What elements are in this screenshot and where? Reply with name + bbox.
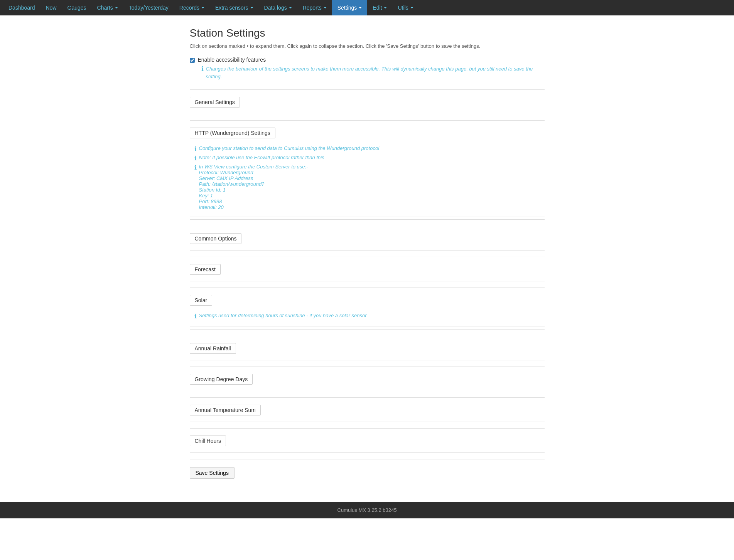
section-http-wunderground: HTTP (Wunderground) SettingsℹConfigure y… (190, 120, 545, 226)
section-button-common-options[interactable]: Common Options (190, 233, 242, 244)
section-info-text: Note: If possible use the Ecowitt protoc… (199, 155, 324, 160)
section-button-general-settings[interactable]: General Settings (190, 97, 240, 108)
nav-item-gauges[interactable]: Gauges (62, 0, 92, 15)
page-title: Station Settings (190, 27, 545, 39)
caret-icon (289, 7, 292, 8)
section-button-growing-degree-days[interactable]: Growing Degree Days (190, 374, 253, 385)
info-block-line: ℹIn WS View configure the Custom Server … (194, 164, 540, 210)
accessibility-top-row: Enable accessibility features (190, 57, 545, 63)
section-annual-rainfall: Annual Rainfall (190, 336, 545, 367)
nav-item-charts[interactable]: Charts (92, 0, 123, 15)
section-divider (190, 281, 545, 281)
section-general-settings: General Settings (190, 89, 545, 120)
section-divider (190, 452, 545, 453)
nav-item-now[interactable]: Now (40, 0, 62, 15)
navbar: DashboardNowGaugesChartsToday/YesterdayR… (0, 0, 734, 15)
caret-icon (359, 7, 362, 8)
nav-item-records[interactable]: Records (174, 0, 210, 15)
section-button-chill-hours[interactable]: Chill Hours (190, 436, 226, 446)
section-divider (190, 219, 545, 220)
accessibility-info: ℹ Changes the behaviour of the settings … (201, 65, 545, 80)
footer: Cumulus MX 3.25.2 b3245 (0, 502, 734, 518)
caret-icon (384, 7, 387, 8)
section-button-forecast[interactable]: Forecast (190, 264, 221, 275)
section-divider (190, 329, 545, 330)
accessibility-block: Enable accessibility features ℹ Changes … (190, 57, 545, 80)
info-icon: ℹ (194, 164, 197, 171)
nav-item-settings[interactable]: Settings (332, 0, 368, 15)
sections-container: General SettingsHTTP (Wunderground) Sett… (190, 89, 545, 459)
section-content-http-wunderground: ℹConfigure your station to send data to … (190, 142, 545, 217)
nav-item-dashboard[interactable]: Dashboard (3, 0, 40, 15)
info-icon: ℹ (194, 145, 197, 153)
accessibility-checkbox[interactable] (190, 58, 195, 63)
section-divider (190, 422, 545, 422)
caret-icon (115, 7, 118, 8)
nav-item-data-logs[interactable]: Data logs (259, 0, 297, 15)
section-info-text: Settings used for determining hours of s… (199, 313, 367, 318)
section-growing-degree-days: Growing Degree Days (190, 367, 545, 397)
caret-icon (324, 7, 327, 8)
caret-icon (201, 7, 204, 8)
section-info-block-text: In WS View configure the Custom Server t… (199, 164, 308, 210)
accessibility-info-text: Changes the behaviour of the settings sc… (206, 65, 545, 80)
page-description: Click on sections marked • to expand the… (190, 43, 545, 49)
section-content-solar: ℹSettings used for determining hours of … (190, 309, 545, 327)
section-divider (190, 360, 545, 360)
section-divider (190, 114, 545, 114)
nav-item-utils[interactable]: Utils (392, 0, 418, 15)
section-divider (190, 391, 545, 391)
section-button-annual-rainfall[interactable]: Annual Rainfall (190, 343, 236, 354)
section-button-annual-temperature-sum[interactable]: Annual Temperature Sum (190, 405, 261, 415)
caret-icon (250, 7, 253, 8)
info-icon: ℹ (194, 313, 197, 320)
accessibility-label: Enable accessibility features (198, 57, 266, 63)
info-line: ℹConfigure your station to send data to … (194, 145, 540, 153)
section-annual-temperature-sum: Annual Temperature Sum (190, 397, 545, 428)
info-line: ℹNote: If possible use the Ecowitt proto… (194, 155, 540, 162)
main-content: Station Settings Click on sections marke… (182, 27, 552, 490)
section-button-http-wunderground[interactable]: HTTP (Wunderground) Settings (190, 128, 275, 138)
section-solar: SolarℹSettings used for determining hour… (190, 288, 545, 336)
info-line: ℹSettings used for determining hours of … (194, 313, 540, 320)
section-button-solar[interactable]: Solar (190, 295, 213, 306)
footer-text: Cumulus MX 3.25.2 b3245 (337, 507, 397, 513)
nav-item-edit[interactable]: Edit (367, 0, 392, 15)
section-chill-hours: Chill Hours (190, 428, 545, 459)
nav-item-extra-sensors[interactable]: Extra sensors (210, 0, 259, 15)
nav-item-reports[interactable]: Reports (297, 0, 332, 15)
nav-item-today-yesterday[interactable]: Today/Yesterday (123, 0, 174, 15)
info-icon: ℹ (201, 65, 204, 72)
info-icon: ℹ (194, 155, 197, 162)
section-divider (190, 250, 545, 251)
section-info-text: Configure your station to send data to C… (199, 145, 380, 151)
section-common-options: Common Options (190, 226, 545, 257)
section-forecast: Forecast (190, 257, 545, 288)
caret-icon (410, 7, 413, 8)
save-settings-button[interactable]: Save Settings (190, 467, 235, 479)
